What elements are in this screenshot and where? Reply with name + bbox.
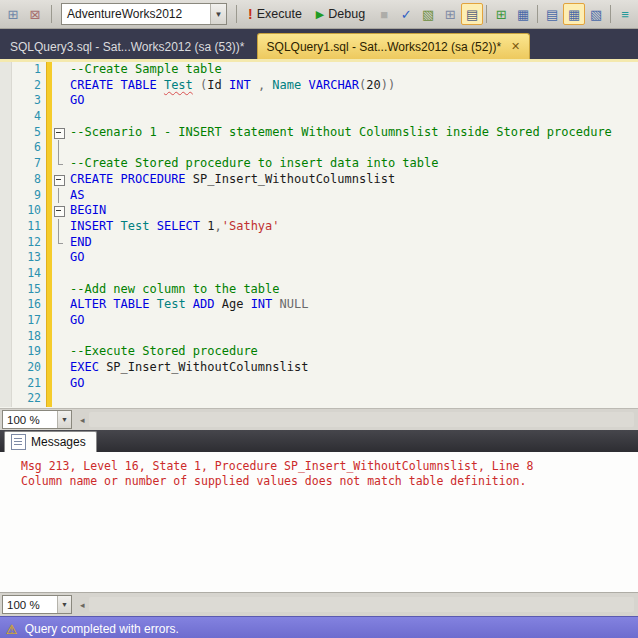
tab-sqlquery3[interactable]: SQLQuery3.sql - Sat...Works2012 (sa (53)…: [1, 34, 254, 59]
messages-hscroll-row: 100 % ▼ ◂: [0, 592, 638, 616]
minus-box-icon[interactable]: [54, 206, 65, 217]
code-line[interactable]: 16ALTER TABLE Test ADD Age INT NULL: [0, 297, 638, 313]
query-options-icon[interactable]: ⊞: [439, 3, 461, 25]
code-line[interactable]: 14: [0, 266, 638, 282]
code-line[interactable]: 9AS: [0, 188, 638, 204]
results-tab-strip: Messages: [0, 430, 638, 452]
line-number: 6: [12, 140, 46, 156]
messages-zoom-combo[interactable]: 100 % ▼: [2, 595, 72, 614]
code-line[interactable]: 7--Create Stored procedure to insert dat…: [0, 156, 638, 172]
fold-collapse-icon[interactable]: [52, 125, 67, 141]
messages-zoom-value[interactable]: 100 %: [3, 596, 57, 613]
fold-margin: [52, 235, 67, 251]
indicator-margin: [0, 172, 12, 188]
fold-margin: [52, 344, 67, 360]
results-to-text-icon[interactable]: ▤: [541, 3, 563, 25]
indicator-margin: [0, 140, 12, 156]
fold-margin: [52, 282, 67, 298]
line-number: 5: [12, 125, 46, 141]
code-line[interactable]: 12END: [0, 235, 638, 251]
line-number: 8: [12, 172, 46, 188]
available-databases-combo[interactable]: AdventureWorks2012 ▼: [61, 3, 227, 25]
tab-sqlquery1[interactable]: SQLQuery1.sql - Sat...Works2012 (sa (52)…: [257, 33, 531, 59]
code-line[interactable]: 11INSERT Test SELECT 1,'Sathya': [0, 219, 638, 235]
code-line[interactable]: 3GO: [0, 93, 638, 109]
line-number: 22: [12, 391, 46, 407]
code-line[interactable]: 17GO: [0, 313, 638, 329]
fold-collapse-icon[interactable]: [52, 172, 67, 188]
line-number: 20: [12, 360, 46, 376]
editor-zoom-combo[interactable]: 100 % ▼: [2, 410, 72, 429]
fold-collapse-icon[interactable]: [52, 203, 67, 219]
code-line[interactable]: 20EXEC SP_Insert_WithoutColumnslist: [0, 360, 638, 376]
scroll-left-icon[interactable]: ◂: [80, 600, 85, 610]
line-number: 14: [12, 266, 46, 282]
debug-play-icon: ▶: [316, 8, 324, 21]
tab-messages[interactable]: Messages: [4, 431, 97, 452]
fold-margin: [52, 156, 67, 172]
editor-zoom-value[interactable]: 100 %: [3, 411, 57, 428]
stop-icon: ■: [373, 3, 395, 25]
line-number: 19: [12, 344, 46, 360]
results-to-file-icon[interactable]: ▧: [585, 3, 607, 25]
code-text: [67, 329, 638, 345]
execute-button[interactable]: ! Execute: [242, 3, 308, 25]
code-line[interactable]: 21GO: [0, 376, 638, 392]
code-line[interactable]: 13GO: [0, 250, 638, 266]
messages-doc-icon: [11, 434, 26, 450]
editor-hscrollbar[interactable]: [89, 412, 634, 427]
code-text: BEGIN: [67, 203, 638, 219]
code-text: ALTER TABLE Test ADD Age INT NULL: [67, 297, 638, 313]
chevron-down-icon[interactable]: ▼: [57, 411, 71, 428]
close-icon[interactable]: ✕: [511, 40, 520, 53]
sql-code-editor[interactable]: 1--Create Sample table2CREATE TABLE Test…: [0, 62, 638, 408]
specify-template-parameters-icon[interactable]: ▧: [417, 3, 439, 25]
sql-connect-icon[interactable]: ⊞: [2, 3, 24, 25]
messages-output[interactable]: Msg 213, Level 16, State 1, Procedure SP…: [0, 452, 638, 592]
chevron-down-icon[interactable]: ▼: [57, 596, 71, 613]
code-text: [67, 266, 638, 282]
results-to-grid-icon[interactable]: ▦: [563, 3, 585, 25]
code-line[interactable]: 8CREATE PROCEDURE SP_Insert_WithoutColum…: [0, 172, 638, 188]
code-line[interactable]: 18: [0, 329, 638, 345]
available-databases-value[interactable]: AdventureWorks2012: [62, 4, 210, 24]
ssms-window: ⊞⊠ AdventureWorks2012 ▼ ! Execute ▶ Debu…: [0, 0, 638, 638]
code-line[interactable]: 2CREATE TABLE Test (Id INT , Name VARCHA…: [0, 78, 638, 94]
code-text: GO: [67, 313, 638, 329]
line-number: 7: [12, 156, 46, 172]
fold-margin: [52, 391, 67, 407]
comment-out-icon[interactable]: ≡: [614, 3, 636, 25]
debug-button[interactable]: ▶ Debug: [310, 3, 371, 25]
indicator-margin: [0, 235, 12, 251]
code-line[interactable]: 5--Scenario 1 - INSERT statement Without…: [0, 125, 638, 141]
code-line[interactable]: 15--Add new column to the table: [0, 282, 638, 298]
code-text: --Create Stored procedure to insert data…: [67, 156, 638, 172]
query-status-bar: ⚠ Query completed with errors.: [0, 616, 638, 638]
code-text: [67, 391, 638, 407]
indicator-margin: [0, 250, 12, 266]
include-client-statistics-icon[interactable]: ▦: [512, 3, 534, 25]
minus-box-icon[interactable]: [54, 175, 65, 186]
debug-label: Debug: [328, 7, 365, 21]
code-text: CREATE TABLE Test (Id INT , Name VARCHAR…: [67, 78, 638, 94]
indicator-margin: [0, 313, 12, 329]
parse-icon[interactable]: ✓: [395, 3, 417, 25]
include-actual-execution-plan-icon[interactable]: ⊞: [490, 3, 512, 25]
code-line[interactable]: 4: [0, 109, 638, 125]
status-text: Query completed with errors.: [25, 622, 179, 636]
line-number: 9: [12, 188, 46, 204]
code-line[interactable]: 1--Create Sample table: [0, 62, 638, 78]
chevron-down-icon[interactable]: ▼: [210, 4, 226, 24]
code-line[interactable]: 6: [0, 140, 638, 156]
fold-margin: [52, 93, 67, 109]
code-line[interactable]: 19--Execute Stored procedure: [0, 344, 638, 360]
warning-icon: ⚠: [6, 622, 18, 637]
intellisense-enabled-icon[interactable]: ▤: [461, 3, 483, 25]
code-line[interactable]: 10BEGIN: [0, 203, 638, 219]
messages-hscrollbar[interactable]: [89, 597, 634, 612]
sql-disconnect-icon[interactable]: ⊠: [24, 3, 46, 25]
code-line[interactable]: 22: [0, 391, 638, 407]
line-number: 4: [12, 109, 46, 125]
minus-box-icon[interactable]: [54, 128, 65, 139]
scroll-left-icon[interactable]: ◂: [80, 415, 85, 425]
